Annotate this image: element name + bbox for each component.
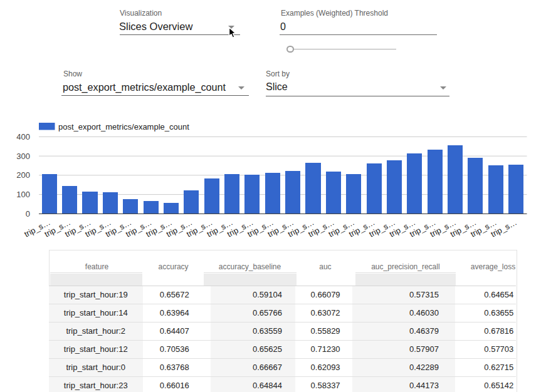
svg-text:300: 300 (16, 152, 30, 161)
svg-text:200: 200 (16, 170, 30, 180)
svg-text:0: 0 (26, 209, 30, 219)
svg-text:100: 100 (16, 190, 30, 199)
svg-text:post_export_metrics/example_co: post_export_metrics/example_count (58, 122, 189, 132)
svg-text:400: 400 (16, 132, 30, 142)
